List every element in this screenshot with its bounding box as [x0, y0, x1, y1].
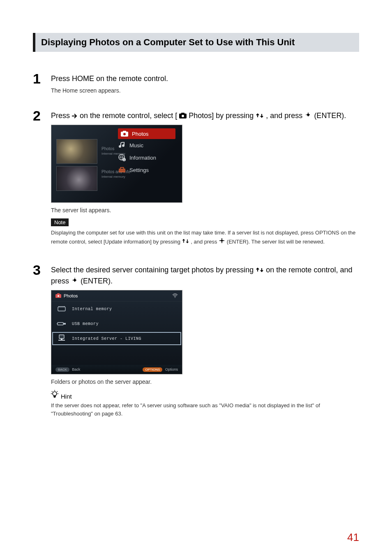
options-pill: OPTIONS: [143, 367, 162, 372]
hint-heading: Hint: [51, 390, 359, 400]
svg-point-20: [58, 295, 59, 297]
svg-rect-26: [61, 339, 62, 340]
server-row-selected: Integrated Server - LIVING: [51, 331, 182, 346]
svg-point-7: [123, 133, 126, 135]
thumbnail-column: [55, 137, 99, 191]
thumbnail-image: [56, 139, 97, 164]
steps-list: 1 Press HOME on the remote control. The …: [33, 72, 359, 425]
footer-back: BACK Back: [55, 367, 80, 371]
server-label: Internal memory: [72, 307, 112, 311]
step-3: 3 Select the desired server containing t…: [33, 263, 359, 425]
svg-point-2: [182, 115, 184, 117]
svg-point-28: [53, 392, 57, 396]
server-row-usb: USB memory: [51, 316, 182, 331]
arrow-up-down-icon: [182, 238, 189, 246]
menu-label: Settings: [129, 167, 149, 173]
step-body: Press HOME on the remote control. The Ho…: [51, 72, 359, 99]
text-fragment: Photos] by pressing: [189, 111, 256, 120]
menu-label: Information: [129, 155, 156, 161]
svg-rect-19: [57, 293, 60, 295]
globe-info-icon: i: [118, 154, 126, 161]
text-fragment: Press: [51, 111, 72, 120]
svg-rect-25: [59, 335, 64, 339]
text-fragment: , and press: [266, 111, 304, 120]
step-number: 2: [33, 109, 51, 253]
svg-rect-12: [120, 167, 124, 169]
hint-text: If the server does not appear, refer to …: [51, 402, 359, 418]
enter-icon: [219, 237, 225, 246]
enter-icon: [71, 276, 78, 287]
arrow-up-down-icon: [256, 111, 264, 121]
server-label: Integrated Server - LIVING: [72, 337, 141, 341]
footer-options: OPTIONS Options: [143, 367, 178, 371]
text-fragment: (ENTER).: [81, 277, 113, 285]
camera-icon: [55, 293, 61, 299]
menu-item-settings: Settings: [118, 164, 175, 176]
page-number: 41: [347, 531, 359, 544]
back-label: Back: [72, 367, 80, 371]
enter-icon: [304, 111, 312, 121]
options-label: Options: [165, 367, 178, 371]
menu-items: Photos Music i Information: [118, 128, 175, 176]
screenshot-title: Photos: [64, 293, 78, 298]
svg-rect-24: [63, 323, 66, 325]
music-icon: [118, 142, 126, 149]
step-instruction: Select the desired server containing tar…: [51, 265, 359, 287]
step-subtext: The Home screen appears.: [51, 87, 359, 94]
arrow-up-down-icon: [256, 265, 264, 276]
server-row-internal: Internal memory: [51, 302, 182, 316]
text-fragment: (ENTER). The server list will be renewed…: [227, 238, 325, 244]
step-body: Select the desired server containing tar…: [51, 263, 359, 425]
thumbnail-image: [56, 166, 97, 191]
menu-item-photos: Photos: [118, 128, 175, 139]
step-body: Press on the remote control, select [ Ph…: [51, 109, 359, 253]
screenshot-footer: BACK Back OPTIONS Options: [51, 365, 182, 374]
screenshot-header: Photos: [51, 290, 182, 302]
text-fragment: on the remote control, select [: [80, 111, 177, 120]
step-number: 3: [33, 263, 51, 425]
svg-rect-1: [181, 113, 184, 114]
step-1: 1 Press HOME on the remote control. The …: [33, 72, 359, 99]
svg-rect-6: [123, 131, 126, 132]
toolbox-icon: [118, 166, 126, 174]
step-2: 2 Press on the remote control, select [ …: [33, 109, 359, 253]
memory-icon: [56, 304, 67, 313]
back-pill: BACK: [55, 367, 69, 372]
page: Displaying Photos on a Computer Set to U…: [0, 0, 392, 557]
step-number: 1: [33, 72, 51, 99]
home-menu-screenshot: Photos Internal memory Photos and Info I…: [51, 125, 182, 203]
step-caption: The server list appears.: [51, 207, 359, 214]
svg-rect-23: [58, 323, 63, 325]
hint-label: Hint: [61, 393, 72, 400]
menu-item-music: Music: [118, 139, 175, 151]
server-label: USB memory: [72, 322, 99, 326]
svg-point-21: [175, 297, 175, 298]
svg-rect-22: [58, 307, 65, 311]
usb-icon: [56, 319, 67, 328]
menu-label: Music: [129, 142, 143, 149]
menu-label: Photos: [132, 131, 148, 137]
text-fragment: (ENTER).: [314, 111, 346, 120]
note-badge: Note: [51, 218, 69, 226]
section-heading: Displaying Photos on a Computer Set to U…: [33, 33, 359, 52]
camera-icon: [179, 111, 187, 121]
step-instruction: Press HOME on the remote control.: [51, 73, 359, 84]
server-list-screenshot: Photos Internal memory: [51, 290, 182, 374]
menu-item-information: i Information: [118, 151, 175, 164]
svg-rect-13: [119, 170, 125, 170]
note-text: Displaying the computer set for use with…: [51, 229, 359, 246]
text-fragment: , and press: [191, 238, 219, 244]
wifi-icon: [172, 293, 178, 299]
arrow-right-icon: [72, 111, 78, 121]
server-icon: [56, 334, 67, 343]
svg-rect-27: [58, 340, 65, 341]
lightbulb-icon: [51, 390, 58, 400]
step-instruction: Press on the remote control, select [ Ph…: [51, 110, 359, 121]
label: Photos: [101, 146, 114, 151]
camera-icon: [120, 130, 129, 137]
text-fragment: Select the desired server containing tar…: [51, 266, 256, 274]
step-caption: Folders or photos on the server appear.: [51, 378, 359, 385]
